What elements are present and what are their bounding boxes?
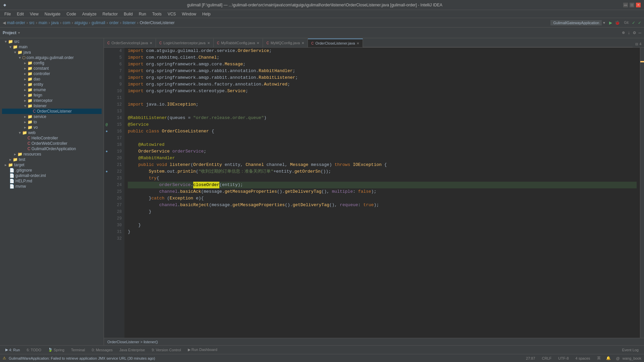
tree-main[interactable]: ▾ 📁 main xyxy=(2,44,102,50)
tree-listener[interactable]: ▾ 📁 listener xyxy=(2,103,102,109)
tree-target[interactable]: ▸ 📁 target xyxy=(2,162,102,168)
menu-item-tools[interactable]: Tools xyxy=(150,11,164,17)
code-content[interactable]: import com.atguigu.gulimall.order.servic… xyxy=(124,48,640,338)
tree-entity[interactable]: ▸ 📁 entity xyxy=(2,82,102,87)
menu-item-code[interactable]: Code xyxy=(64,11,79,17)
tree-interceptor[interactable]: ▸ 📁 interceptor xyxy=(2,98,102,103)
notification-icon[interactable]: 🔔 xyxy=(606,356,611,360)
gi-21 xyxy=(104,188,109,195)
tree-resources[interactable]: ▸ 📁 resources xyxy=(2,152,102,157)
tree-src[interactable]: ▾ 📁 src xyxy=(2,39,102,44)
toolbar-dropdown[interactable]: ▾ xyxy=(18,30,20,36)
code-line-12: import java.io.IOException; xyxy=(128,101,637,108)
breadcrumb-class[interactable]: OrderCloseListener > listener() xyxy=(107,340,158,344)
file-encoding[interactable]: UTF-8 xyxy=(558,356,569,360)
nav-project[interactable]: mall-order xyxy=(7,20,25,25)
menu-item-analyze[interactable]: Analyze xyxy=(79,11,99,17)
line-ending[interactable]: CRLF xyxy=(542,356,552,360)
recent-files-icon[interactable]: ⊟ xyxy=(635,42,638,46)
toolbar-sync[interactable]: ↓ xyxy=(628,30,630,36)
indent-setting[interactable]: 4 spaces xyxy=(576,356,590,360)
code-line-7: import org.springframework.amqp.rabbit.a… xyxy=(128,68,637,74)
event-log-tab[interactable]: Event Log xyxy=(619,347,641,353)
run-button[interactable]: ▶ xyxy=(609,20,612,25)
code-line-19: OrderService orderService; xyxy=(128,148,637,155)
gi-19 xyxy=(104,175,109,182)
tab-close-myrabbitconfig[interactable]: ✕ xyxy=(257,41,259,45)
run-tab[interactable]: ▶ 4: Run xyxy=(3,347,22,353)
tree-enume[interactable]: ▸ 📁 enume xyxy=(2,87,102,93)
tab-close-orderserviceimpl[interactable]: ✕ xyxy=(150,41,152,45)
status-error-text: GulimallWareApplication: Failed to retri… xyxy=(9,356,155,360)
messages-tab[interactable]: 0: Messages xyxy=(89,347,115,353)
tree-to[interactable]: ▸ 📁 to xyxy=(2,119,102,125)
spring-tab[interactable]: 🍃 Spring xyxy=(45,347,67,353)
close-button[interactable]: ✕ xyxy=(636,3,641,7)
git-push[interactable]: ✓ xyxy=(638,20,641,25)
todo-tab[interactable]: 6: TODO xyxy=(24,347,44,353)
version-control-tab[interactable]: 9: Version Control xyxy=(149,347,183,353)
menu-item-vcs[interactable]: VCS xyxy=(165,11,179,17)
nav-current: OrderCloseListener xyxy=(140,20,174,25)
tab-close-ordercloselistener[interactable]: ✕ xyxy=(357,42,359,45)
menu-item-file[interactable]: File xyxy=(2,11,13,17)
menu-item-window[interactable]: Window xyxy=(179,11,199,17)
java-enterprise-tab[interactable]: Java Enterprise xyxy=(117,347,148,353)
minimize-button[interactable]: — xyxy=(623,3,628,7)
debug-button[interactable]: 🐞 xyxy=(615,20,620,25)
tree-config[interactable]: ▸ 📁 config xyxy=(2,60,102,66)
tab-orderserviceimpl[interactable]: C OrderServiceImpl.java ✕ xyxy=(104,39,156,47)
tree-test[interactable]: ▸ 📁 test xyxy=(2,157,102,162)
tree-help[interactable]: 📄 HELP.md xyxy=(2,178,102,184)
run-dashboard-tab[interactable]: ▶ Run Dashboard xyxy=(185,347,220,353)
toolbar-collapse[interactable]: — xyxy=(639,30,641,36)
tree-java[interactable]: ▾ 📁 java xyxy=(2,50,102,55)
tree-constant[interactable]: ▸ 📁 constant xyxy=(2,66,102,71)
tree-ordercloselistener[interactable]: C OrderCloseListener xyxy=(2,109,102,114)
tree-dao[interactable]: ▸ 📁 dao xyxy=(2,76,102,82)
tab-mymqconfig[interactable]: C MyMQConfig.java ✕ xyxy=(263,39,308,47)
tree-orderwebcontroller[interactable]: C OrderWebController xyxy=(2,141,102,146)
tree-hellocontroller[interactable]: C HelloController xyxy=(2,135,102,141)
tree-gulimallorderapplication[interactable]: C GulimallOrderApplication xyxy=(2,146,102,152)
menu-item-view[interactable]: View xyxy=(27,11,41,17)
tree-web[interactable]: ▾ 📁 web xyxy=(2,130,102,135)
gi-method[interactable]: ● xyxy=(104,148,109,155)
gi-class[interactable]: ● xyxy=(104,128,109,135)
gi-annotation[interactable]: @ xyxy=(104,121,109,128)
toolbar-add[interactable]: ⊕ xyxy=(622,30,625,36)
menu-item-navigate[interactable]: Navigate xyxy=(42,11,63,17)
tree-feign[interactable]: ▸ 📁 feign xyxy=(2,93,102,98)
gi-8 xyxy=(104,95,109,101)
menu-item-help[interactable]: Help xyxy=(200,11,213,17)
tree-gitignore[interactable]: 📄 .gitignore xyxy=(2,168,102,173)
run-config-dropdown[interactable]: ▾ xyxy=(603,20,605,25)
tab-close-loginuserinterceptor[interactable]: ✕ xyxy=(207,41,210,45)
tree-iml[interactable]: 📄 gulimall-order.iml xyxy=(2,173,102,178)
git-commit[interactable]: ✓ xyxy=(632,20,635,25)
tree-mvnw[interactable]: 📄 mvnw xyxy=(2,184,102,189)
tab-myrabbitconfig[interactable]: C MyRabbitConfig.java ✕ xyxy=(214,39,263,47)
nav-back-icon[interactable]: ◀ xyxy=(3,20,6,25)
terminal-tab[interactable]: Terminal xyxy=(68,347,88,353)
menu-item-edit[interactable]: Edit xyxy=(14,11,26,17)
tree-vo[interactable]: ▸ 📁 vo xyxy=(2,125,102,130)
maximize-button[interactable]: □ xyxy=(630,3,634,7)
tab-loginuserinterceptor[interactable]: C LoginUserInterceptor.java ✕ xyxy=(156,39,214,47)
tab-close-mymqconfig[interactable]: ✕ xyxy=(302,41,304,45)
main-layout: ▾ 📁 src ▾ 📁 main ▾ 📁 java ▾ ⬡ com.atguig… xyxy=(0,38,644,345)
tree-service[interactable]: ▸ 📁 service xyxy=(2,114,102,119)
run-config-label[interactable]: GulimallGatewayApplication xyxy=(550,20,602,25)
code-editor[interactable]: @ ● ● ● 4 5 xyxy=(104,48,644,338)
gi-listener[interactable]: ● xyxy=(104,168,109,175)
menu-item-refactor[interactable]: Refactor xyxy=(100,11,120,17)
code-line-9: import org.springframework.beans.factory… xyxy=(128,81,637,88)
code-line-8: import org.springframework.amqp.rabbit.a… xyxy=(128,74,637,81)
menu-item-build[interactable]: Build xyxy=(121,11,136,17)
toolbar-settings[interactable]: ⚙ xyxy=(633,30,636,36)
tree-controller[interactable]: ▸ 📁 controller xyxy=(2,71,102,76)
menu-bar: FileEditViewNavigateCodeAnalyzeRefactorB… xyxy=(0,10,644,18)
menu-item-run[interactable]: Run xyxy=(136,11,149,17)
tree-package[interactable]: ▾ ⬡ com.atguigu.gulimall.order xyxy=(2,55,102,60)
tab-ordercloselistener[interactable]: C OrderCloseListener.java ✕ xyxy=(308,39,363,47)
